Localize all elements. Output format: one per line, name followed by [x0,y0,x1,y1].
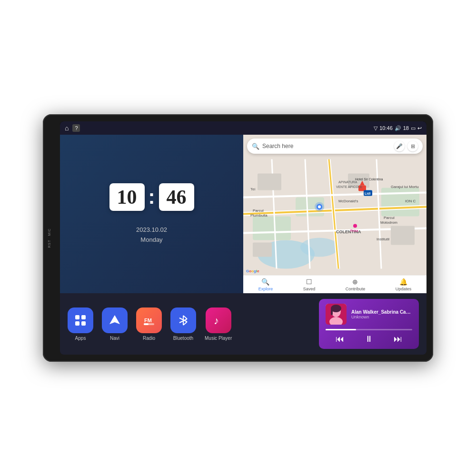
google-logo: Google [246,269,259,273]
map-tab-saved[interactable]: ☐ Saved [303,278,316,291]
left-panel: 10 : 46 2023.10.02 Monday [60,135,243,293]
app-item-apps[interactable]: Apps [68,307,93,341]
svg-text:Lidl: Lidl [365,192,370,195]
music-controls: ⏮ ⏸ ⏭ [326,334,412,344]
svg-text:VENTE APICOLE: VENTE APICOLE [336,185,363,188]
rst-label: RST [48,239,51,248]
radio-fm-icon: FM [142,314,156,327]
bottom-area: Apps Navi [60,293,426,355]
wifi-icon: ▽ [374,125,377,131]
volume-icon: 🔊 [395,125,401,131]
app-item-navi[interactable]: Navi [102,307,128,341]
music-title: Alan Walker_Sabrina Carpenter_F... [351,309,412,315]
search-icon: 🔍 [252,143,259,150]
status-bar-left: ⌂ ? [65,124,80,132]
navi-arrow-icon [108,314,121,327]
svg-text:Tei: Tei [250,187,255,191]
apps-icon [68,307,93,333]
svg-line-54 [183,322,187,325]
navi-label: Navi [110,336,119,341]
question-icon[interactable]: ? [72,124,80,132]
apps-label: Apps [75,336,86,341]
car-unit: MIC RST ⌂ ? ▽ 10:46 🔊 18 ▭ ↩ 10 [43,114,433,362]
search-placeholder[interactable]: Search here [262,143,394,149]
svg-point-2 [300,238,338,257]
explore-icon: 🔍 [261,278,269,286]
svg-text:Parcul: Parcul [253,208,264,213]
date-text: 2023.10.02 [136,225,167,235]
battery-level: 18 [403,125,409,131]
svg-text:Institutil: Institutil [377,237,389,241]
music-progress-fill [326,329,356,330]
svg-text:Motodrom: Motodrom [380,220,397,225]
svg-rect-50 [144,323,149,325]
svg-text:FM: FM [144,317,152,323]
updates-icon: 🔔 [399,278,407,286]
music-note-icon: ♪ [212,314,225,327]
screen: ⌂ ? ▽ 10:46 🔊 18 ▭ ↩ 10 : 46 [60,121,426,355]
clock-colon: : [149,187,155,207]
svg-text:APINATURA: APINATURA [338,180,357,184]
album-art-svg [326,304,347,325]
svg-rect-15 [258,174,281,190]
battery-icon: ▭ [411,125,416,131]
svg-text:Plumbuita: Plumbuita [250,213,268,218]
radio-label: Radio [143,336,155,341]
map-tab-updates[interactable]: 🔔 Updates [396,278,412,291]
map-svg: Hotel Sir Colentina COLENTINA ION C McDo… [243,135,426,293]
svg-rect-17 [391,226,415,245]
map-panel[interactable]: Hotel Sir Colentina COLENTINA ION C McDo… [243,135,426,293]
svg-rect-3 [253,217,291,240]
layers-icon[interactable]: ⊞ [407,141,418,151]
app-shortcuts: Apps Navi [68,307,313,341]
music-player-panel: Alan Walker_Sabrina Carpenter_F... Unkno… [319,299,419,349]
svg-text:♪: ♪ [214,315,219,327]
prev-button[interactable]: ⏮ [336,334,344,344]
saved-icon: ☐ [306,278,312,286]
updates-label: Updates [396,287,412,291]
contribute-icon: ⊕ [352,278,358,286]
svg-text:Hotel Sir Colentina: Hotel Sir Colentina [355,178,383,181]
svg-text:Parcul: Parcul [384,216,395,220]
map-tab-explore[interactable]: 🔍 Explore [258,278,273,291]
svg-rect-43 [75,315,79,319]
clock-display: 10 : 46 [109,183,194,211]
music-label: Music Player [205,336,232,341]
app-item-bluetooth[interactable]: Bluetooth [170,307,196,341]
back-icon[interactable]: ↩ [417,125,422,131]
screen-content: 10 : 46 2023.10.02 Monday [60,135,426,355]
mic-icon[interactable]: 🎤 [394,141,405,151]
svg-marker-47 [109,315,120,324]
clock-minutes: 46 [159,183,194,211]
svg-rect-44 [81,315,86,319]
svg-text:Garajul lui Mortu: Garajul lui Mortu [391,185,419,189]
svg-point-26 [318,206,321,208]
music-progress-bar[interactable] [326,329,412,330]
bluetooth-symbol-icon [177,314,190,327]
app-item-radio[interactable]: FM Radio [136,307,162,341]
contribute-label: Contribute [346,287,366,291]
map-tab-contribute[interactable]: ⊕ Contribute [346,278,366,291]
svg-text:ION C: ION C [405,199,416,203]
home-icon[interactable]: ⌂ [65,124,69,132]
svg-rect-18 [253,243,272,257]
music-thumbnail [326,304,347,325]
svg-rect-46 [81,321,86,326]
date-display: 2023.10.02 Monday [136,225,167,245]
music-icon-box: ♪ [206,307,231,333]
app-item-music[interactable]: ♪ Music Player [205,307,232,341]
music-top: Alan Walker_Sabrina Carpenter_F... Unkno… [326,304,412,325]
next-button[interactable]: ⏭ [394,334,402,344]
explore-label: Explore [258,287,273,291]
map-search-bar[interactable]: 🔍 Search here 🎤 ⊞ [247,139,423,154]
music-info: Alan Walker_Sabrina Carpenter_F... Unkno… [351,309,412,319]
status-time: 10:46 [379,125,393,131]
status-bar: ⌂ ? ▽ 10:46 🔊 18 ▭ ↩ [60,121,426,135]
map-bottom-bar: 🔍 Explore ☐ Saved ⊕ Contribute 🔔 Updates [243,275,426,293]
radio-icon-box: FM [136,307,162,333]
bluetooth-label: Bluetooth [173,336,193,341]
play-pause-button[interactable]: ⏸ [365,334,373,344]
music-album-art [326,304,347,325]
svg-rect-45 [75,321,79,326]
svg-text:Roka: Roka [350,229,358,232]
